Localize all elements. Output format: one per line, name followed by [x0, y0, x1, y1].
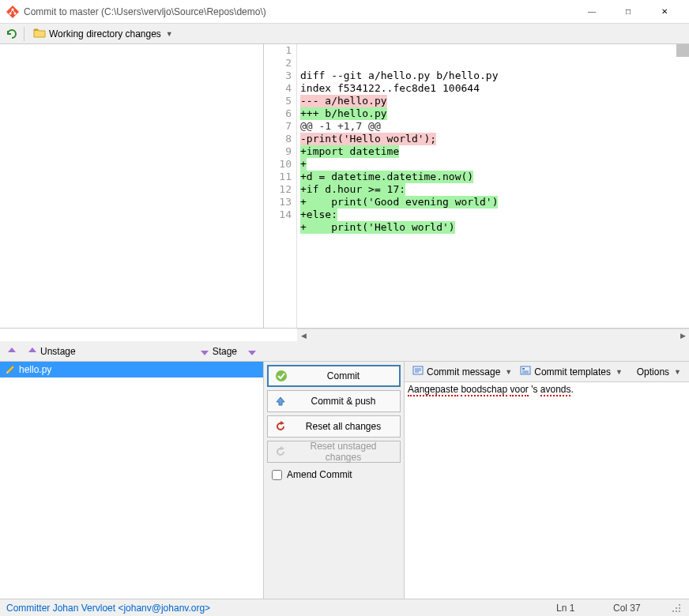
- commit-button[interactable]: Commit: [267, 365, 401, 387]
- line-number: 8: [264, 133, 296, 145]
- line-number: 13: [264, 196, 296, 208]
- line-number: 4: [264, 82, 296, 95]
- diff-line[interactable]: [300, 234, 689, 246]
- amend-checkbox[interactable]: [272, 470, 282, 480]
- svg-point-17: [676, 610, 677, 612]
- stage-all-button[interactable]: [243, 343, 261, 360]
- close-button[interactable]: ✕: [646, 0, 683, 24]
- commit-actions-panel: Commit Commit & push Reset all changes R…: [264, 362, 405, 599]
- commit-message-dropdown[interactable]: Commit message ▼: [409, 363, 515, 380]
- window-title: Commit to master (C:\Users\vervljo\Sourc…: [24, 6, 574, 17]
- message-icon: [412, 365, 424, 378]
- resize-grip[interactable]: [670, 602, 683, 614]
- main-toolbar: Working directory changes ▼: [0, 24, 689, 44]
- diff-line[interactable]: +else:: [300, 208, 689, 221]
- reset-unstaged-button: Reset unstaged changes: [267, 441, 401, 463]
- line-number: 9: [264, 145, 296, 158]
- options-dropdown[interactable]: Options ▼: [634, 365, 684, 379]
- modified-icon: [5, 364, 16, 375]
- diff-line[interactable]: + print('Hello world'): [300, 221, 689, 234]
- diff-line[interactable]: diff --git a/hello.py b/hello.py: [300, 69, 689, 82]
- unstage-button[interactable]: Unstage: [22, 344, 81, 359]
- cursor-col: Col 37: [613, 603, 661, 614]
- scrollbar-thumb[interactable]: [676, 44, 689, 57]
- file-name: hello.py: [19, 364, 51, 375]
- commit-message-textarea[interactable]: Aangepaste boodschap voor 's avonds.: [405, 382, 689, 599]
- commit-message-toolbar: [264, 341, 689, 362]
- line-number: 12: [264, 183, 296, 196]
- line-number-gutter: 1234567891011121314: [264, 44, 297, 328]
- line-number: 14: [264, 208, 296, 221]
- diff-line[interactable]: @@ -1 +1,7 @@: [300, 120, 689, 133]
- svg-point-15: [679, 607, 680, 609]
- line-number: 7: [264, 120, 296, 133]
- unstage-all-button[interactable]: [3, 343, 21, 360]
- maximize-button[interactable]: □: [610, 0, 646, 24]
- commit-push-button[interactable]: Commit & push: [267, 390, 401, 412]
- line-number: 10: [264, 158, 296, 171]
- app-icon: [6, 6, 19, 18]
- status-bar: Committer Johan Vervloet <johanv@johanv.…: [0, 599, 689, 616]
- chevron-down-icon: ▼: [674, 368, 681, 376]
- line-number: 6: [264, 107, 296, 120]
- commit-message-panel: Commit message ▼ Commit templates ▼ Opti…: [405, 362, 689, 599]
- chevron-down-icon: ▼: [616, 368, 623, 376]
- message-toolbar: Commit message ▼ Commit templates ▼ Opti…: [405, 362, 689, 382]
- titlebar: Commit to master (C:\Users\vervljo\Sourc…: [0, 0, 689, 24]
- svg-point-4: [276, 370, 287, 381]
- diff-line[interactable]: index f534122..fec8de1 100644: [300, 82, 689, 95]
- stage-button[interactable]: Stage: [194, 344, 242, 359]
- template-icon: [520, 365, 531, 378]
- stage-toolbar: Unstage Stage: [0, 341, 264, 362]
- reset-icon: [274, 420, 287, 433]
- line-number: 3: [264, 69, 296, 82]
- working-directory-dropdown[interactable]: Working directory changes ▼: [28, 24, 179, 43]
- svg-rect-10: [522, 368, 525, 370]
- chevron-down-icon: ▼: [505, 368, 512, 376]
- folder-icon: [33, 27, 46, 40]
- push-up-icon: [274, 395, 287, 408]
- line-number: 2: [264, 57, 296, 69]
- scroll-right-arrow[interactable]: ▶: [676, 329, 689, 342]
- diff-line[interactable]: +import datetime: [300, 145, 689, 158]
- svg-point-13: [679, 604, 680, 606]
- svg-point-14: [676, 607, 677, 609]
- commit-message-text[interactable]: Aangepaste boodschap voor 's avonds.: [408, 384, 574, 395]
- diff-line[interactable]: +: [300, 158, 689, 171]
- diff-line[interactable]: +d = datetime.datetime.now(): [300, 171, 689, 183]
- svg-point-18: [679, 610, 680, 612]
- diff-line[interactable]: + print('Good evening world'): [300, 196, 689, 208]
- reset-all-button[interactable]: Reset all changes: [267, 415, 401, 438]
- scroll-left-arrow[interactable]: ◀: [297, 329, 310, 342]
- cursor-line: Ln 1: [556, 603, 604, 614]
- commit-templates-dropdown[interactable]: Commit templates ▼: [517, 363, 626, 380]
- svg-rect-3: [34, 29, 38, 31]
- committer-info[interactable]: Committer Johan Vervloet <johanv@johanv.…: [6, 603, 547, 614]
- svg-point-16: [672, 610, 674, 612]
- diff-line[interactable]: --- a/hello.py: [300, 95, 689, 107]
- diff-line[interactable]: +++ b/hello.py: [300, 107, 689, 120]
- diff-view[interactable]: diff --git a/hello.py b/hello.pyindex f5…: [297, 44, 689, 328]
- line-number: 11: [264, 171, 296, 183]
- staged-files-panel: [0, 44, 264, 328]
- working-directory-label: Working directory changes: [49, 28, 161, 39]
- file-item[interactable]: hello.py: [0, 362, 263, 377]
- changed-files-panel: hello.py: [0, 362, 264, 599]
- horizontal-scrollbar[interactable]: ◀ ▶: [297, 329, 689, 341]
- vertical-scrollbar[interactable]: [676, 44, 689, 57]
- refresh-button[interactable]: [3, 25, 21, 43]
- amend-checkbox-row[interactable]: Amend Commit: [267, 466, 401, 483]
- reset-disabled-icon: [274, 445, 287, 458]
- line-number: 5: [264, 95, 296, 107]
- chevron-down-icon: ▼: [166, 30, 173, 38]
- diff-line[interactable]: +if d.hour >= 17:: [300, 183, 689, 196]
- minimize-button[interactable]: —: [574, 0, 610, 24]
- line-number: 1: [264, 44, 296, 57]
- diff-line[interactable]: -print('Hello world');: [300, 133, 689, 145]
- check-icon: [275, 370, 288, 382]
